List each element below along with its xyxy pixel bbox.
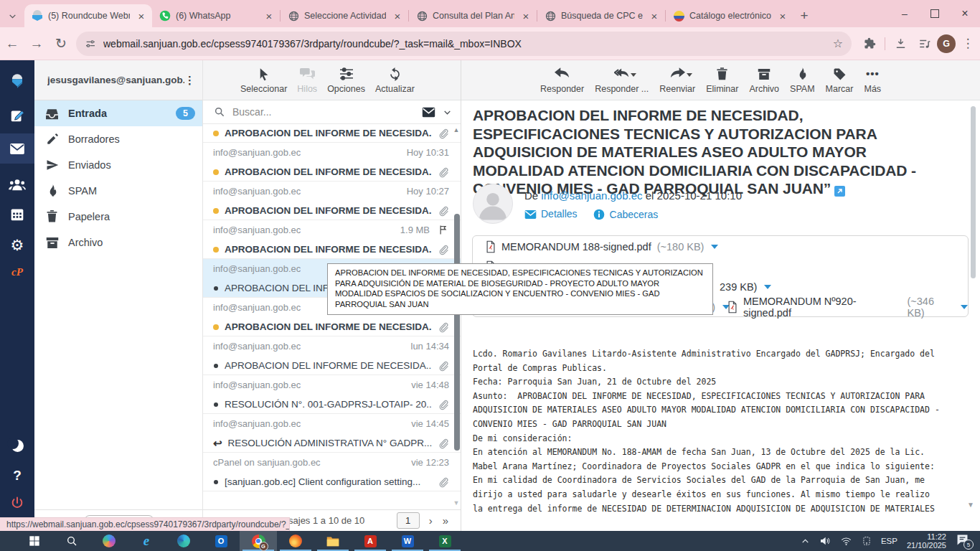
attachment-menu-caret-icon[interactable] bbox=[961, 305, 968, 309]
sender-email-link[interactable]: info@sanjuan.gob.ec bbox=[541, 189, 642, 202]
profile-avatar[interactable]: G bbox=[937, 34, 956, 53]
tab-close-icon[interactable]: × bbox=[135, 9, 148, 22]
taskbar-copilot-icon[interactable] bbox=[90, 531, 128, 551]
close-window-button[interactable]: × bbox=[950, 0, 980, 27]
toolbar-responder-button[interactable]: Responder ... bbox=[595, 67, 649, 94]
next-page-icon[interactable]: › bbox=[429, 514, 433, 527]
tab-close-icon[interactable]: × bbox=[519, 9, 532, 22]
downloads-icon[interactable] bbox=[888, 32, 913, 56]
attachment-menu-caret-icon[interactable] bbox=[764, 285, 771, 289]
taskbar-search-icon[interactable] bbox=[53, 531, 90, 551]
toolbar-responder-button[interactable]: Responder bbox=[540, 67, 584, 94]
folder-papelera[interactable]: Papelera bbox=[34, 204, 202, 230]
wifi-icon[interactable] bbox=[840, 536, 852, 547]
tab-search-chevron-icon[interactable] bbox=[0, 4, 24, 27]
tab-close-icon[interactable]: × bbox=[648, 9, 661, 22]
url-text[interactable]: webmail.sanjuan.gob.ec/cpsess9740179367/… bbox=[103, 38, 826, 50]
toolbar-reenviar-button[interactable]: Reenviar bbox=[659, 67, 695, 94]
maximize-button[interactable] bbox=[920, 0, 950, 27]
page-number-input[interactable]: 1 bbox=[397, 512, 420, 529]
toolbar-opciones-button[interactable]: Opciones bbox=[327, 67, 365, 94]
folder-borradores[interactable]: Borradores bbox=[34, 126, 202, 152]
connect-display-icon[interactable] bbox=[862, 535, 872, 547]
rail-roundcube-logo[interactable] bbox=[0, 66, 34, 96]
new-tab-button[interactable]: + bbox=[793, 6, 815, 26]
rail-settings[interactable]: ⚙ bbox=[0, 230, 34, 260]
toolbar-actualizar-button[interactable]: Actualizar bbox=[375, 67, 415, 94]
rail-calendar[interactable] bbox=[0, 199, 34, 230]
address-bar[interactable]: webmail.sanjuan.gob.ec/cpsess9740179367/… bbox=[76, 32, 852, 56]
taskbar-firefox-icon[interactable] bbox=[277, 531, 314, 551]
site-settings-icon[interactable] bbox=[85, 38, 96, 50]
browser-tab-4[interactable]: Consulta del Plan Anu...× bbox=[409, 4, 537, 27]
folder-entrada[interactable]: Entrada5 bbox=[34, 100, 202, 126]
folder-archivo[interactable]: Archivo bbox=[34, 230, 202, 255]
dropdown-caret-icon[interactable] bbox=[631, 73, 636, 77]
list-scroll-up-icon[interactable]: ▲ bbox=[453, 126, 460, 133]
tab-close-icon[interactable]: × bbox=[391, 9, 404, 22]
taskbar-outlook-icon[interactable]: O bbox=[202, 531, 240, 551]
rail-help[interactable]: ? bbox=[0, 461, 34, 491]
taskbar-excel-icon[interactable]: X bbox=[426, 531, 463, 551]
cabeceras-link[interactable]: Cabeceras bbox=[593, 209, 659, 221]
rail-mail[interactable] bbox=[0, 133, 34, 164]
toolbar-eliminar-button[interactable]: Eliminar bbox=[706, 67, 738, 94]
account-menu-icon[interactable]: ⋮ bbox=[184, 74, 195, 87]
volume-icon[interactable] bbox=[819, 535, 831, 547]
message-list-item-3[interactable]: info@sanjuan.gob.ecHoy 10:27APROBACION D… bbox=[203, 182, 461, 220]
reload-button[interactable]: ↻ bbox=[49, 32, 73, 56]
back-button[interactable]: ← bbox=[0, 32, 24, 56]
bookmark-star-icon[interactable]: ☆ bbox=[833, 37, 843, 50]
message-list-item-10[interactable]: cPanel on sanjuan.gob.ecvie 12:23[sanjua… bbox=[203, 453, 461, 491]
message-list-item-9[interactable]: info@sanjuan.gob.ecvie 14:45↩RESOLUCIÓN … bbox=[203, 414, 461, 453]
browser-menu-icon[interactable]: ⋮ bbox=[956, 32, 980, 56]
language-indicator[interactable]: ESP bbox=[881, 537, 897, 545]
browser-tab-3[interactable]: Seleccione Actividad...× bbox=[281, 4, 408, 27]
toolbar-más-button[interactable]: •••Más bbox=[864, 67, 881, 94]
toolbar-spam-button[interactable]: SPAM bbox=[790, 67, 815, 94]
minimize-button[interactable]: – bbox=[890, 0, 920, 27]
rail-logout[interactable] bbox=[0, 488, 34, 518]
message-list-item-8[interactable]: info@sanjuan.gob.ecvie 14:48RESOLUCIÓN N… bbox=[203, 375, 461, 414]
browser-tab-5[interactable]: Búsqueda de CPC en...× bbox=[537, 4, 665, 27]
attachment-menu-caret-icon[interactable] bbox=[711, 245, 718, 249]
taskbar-acrobat-icon[interactable]: A bbox=[352, 531, 389, 551]
tray-chevron-up-icon[interactable] bbox=[801, 537, 810, 546]
external-link-icon[interactable] bbox=[834, 186, 845, 197]
last-page-icon[interactable]: » bbox=[443, 514, 448, 527]
folder-enviados[interactable]: Enviados bbox=[34, 152, 202, 178]
search-scope-envelope-icon[interactable] bbox=[422, 107, 435, 118]
reader-scrollbar-thumb[interactable] bbox=[971, 106, 976, 278]
rail-compose[interactable] bbox=[0, 100, 34, 131]
taskbar-internet-explorer-icon[interactable]: e bbox=[128, 531, 165, 551]
rail-dark-mode[interactable] bbox=[0, 430, 34, 461]
message-list-item-7[interactable]: info@sanjuan.gob.eclun 14:34APROBACION D… bbox=[203, 336, 461, 375]
rail-cpanel[interactable]: cP bbox=[0, 257, 34, 287]
message-list-item-2[interactable]: info@sanjuan.gob.ecHoy 10:31APROBACION D… bbox=[203, 143, 461, 182]
attachment-item-partial[interactable]: 239 KB) bbox=[720, 280, 771, 294]
browser-tab-2[interactable]: (6) WhatsApp× bbox=[152, 4, 280, 27]
search-bar[interactable]: Buscar... bbox=[203, 100, 461, 124]
taskbar-file-explorer-icon[interactable] bbox=[314, 531, 352, 551]
tab-close-icon[interactable]: × bbox=[263, 9, 275, 22]
folder-spam[interactable]: SPAM bbox=[34, 178, 202, 204]
toolbar-hilos-button[interactable]: Hilos bbox=[297, 67, 317, 94]
taskbar-chrome-icon[interactable]: G bbox=[240, 531, 277, 551]
taskbar-word-icon[interactable]: W bbox=[389, 531, 426, 551]
detalles-link[interactable]: Detalles bbox=[524, 208, 578, 222]
message-list-item-4[interactable]: info@sanjuan.gob.ec1.9 MBAPROBACION DEL … bbox=[203, 220, 461, 259]
search-options-chevron-icon[interactable] bbox=[443, 108, 452, 117]
notifications-icon[interactable]: 5 bbox=[956, 534, 971, 548]
reader-scroll-down-icon[interactable]: ▼ bbox=[967, 501, 974, 509]
clock[interactable]: 11:22 21/10/2025 bbox=[907, 532, 946, 550]
list-scrollbar-thumb[interactable] bbox=[454, 214, 460, 451]
rail-contacts[interactable] bbox=[0, 169, 34, 199]
tab-close-icon[interactable]: × bbox=[776, 9, 789, 22]
extensions-icon[interactable] bbox=[857, 32, 882, 56]
message-list-item-1[interactable]: APROBACION DEL INFORME DE NECESIDA... bbox=[203, 123, 461, 143]
toolbar-seleccionar-button[interactable]: Seleccionar bbox=[240, 67, 287, 94]
forward-button[interactable]: → bbox=[24, 32, 49, 56]
browser-tab-6[interactable]: Catálogo electrónico× bbox=[666, 4, 793, 27]
toolbar-archivo-button[interactable]: Archivo bbox=[749, 67, 779, 94]
toolbar-marcar-button[interactable]: Marcar bbox=[826, 67, 854, 94]
